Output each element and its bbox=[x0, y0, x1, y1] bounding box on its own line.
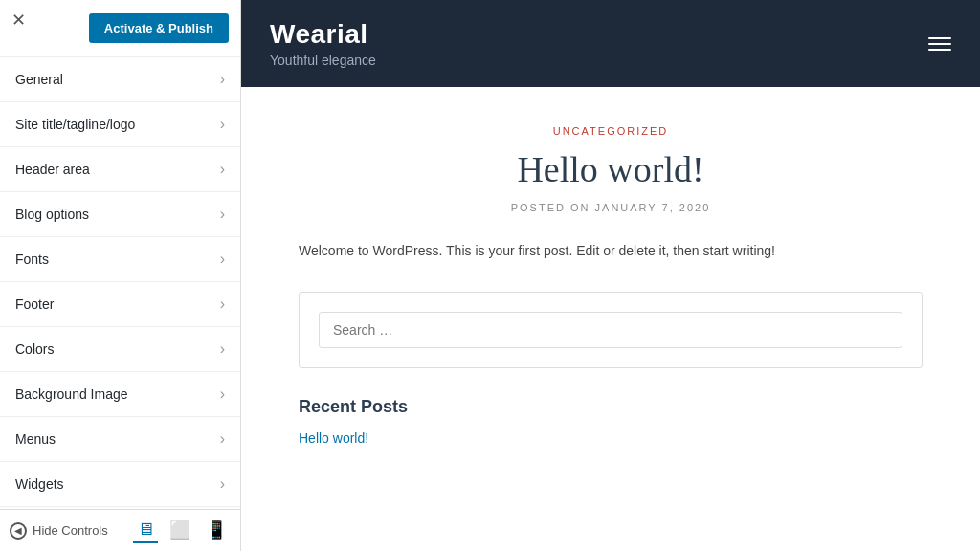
search-input[interactable] bbox=[319, 312, 902, 348]
desktop-icon[interactable]: 🖥 bbox=[133, 518, 158, 543]
nav-item-footer[interactable]: Footer› bbox=[0, 282, 240, 327]
nav-item-label: Colors bbox=[15, 342, 54, 357]
nav-item-fonts[interactable]: Fonts› bbox=[0, 237, 240, 282]
recent-posts-widget: Recent Posts Hello world! bbox=[299, 397, 923, 446]
nav-item-label: Widgets bbox=[15, 476, 64, 492]
nav-item-label: Footer bbox=[15, 297, 54, 312]
nav-item-label: Background Image bbox=[15, 386, 128, 402]
chevron-right-icon: › bbox=[220, 161, 225, 178]
nav-item-label: General bbox=[15, 72, 63, 87]
post-meta: POSTED ON JANUARY 7, 2020 bbox=[299, 202, 923, 213]
site-tagline: Youthful elegance bbox=[270, 53, 376, 68]
nav-item-background-image[interactable]: Background Image› bbox=[0, 372, 240, 417]
ham-line-1 bbox=[928, 37, 951, 39]
chevron-right-icon: › bbox=[220, 386, 225, 403]
site-header: Wearial Youthful elegance bbox=[241, 0, 980, 87]
nav-item-site-title-tagline-logo[interactable]: Site title/tagline/logo› bbox=[0, 102, 240, 147]
nav-item-menus[interactable]: Menus› bbox=[0, 417, 240, 462]
nav-item-label: Header area bbox=[15, 162, 90, 177]
nav-item-label: Site title/tagline/logo bbox=[15, 117, 135, 132]
chevron-right-icon: › bbox=[220, 296, 225, 313]
chevron-right-icon: › bbox=[220, 251, 225, 268]
site-preview: Wearial Youthful elegance UNCATEGORIZED … bbox=[241, 0, 980, 551]
chevron-right-icon: › bbox=[220, 116, 225, 133]
post-title: Hello world! bbox=[299, 148, 923, 190]
chevron-right-icon: › bbox=[220, 341, 225, 358]
device-icons: 🖥 ⬜ 📱 bbox=[133, 518, 231, 543]
site-title-group: Wearial Youthful elegance bbox=[270, 19, 376, 68]
post-body: Welcome to WordPress. This is your first… bbox=[299, 240, 923, 263]
nav-item-widgets[interactable]: Widgets› bbox=[0, 462, 240, 507]
preview-panel: Wearial Youthful elegance UNCATEGORIZED … bbox=[241, 0, 980, 551]
close-button[interactable]: ✕ bbox=[11, 11, 26, 29]
mobile-icon[interactable]: 📱 bbox=[202, 518, 231, 543]
nav-item-label: Blog options bbox=[15, 207, 89, 222]
activate-publish-button[interactable]: Activate & Publish bbox=[89, 13, 229, 43]
nav-list: General›Site title/tagline/logo›Header a… bbox=[0, 57, 240, 509]
chevron-right-icon: › bbox=[220, 430, 225, 448]
site-title: Wearial bbox=[270, 19, 376, 50]
search-widget bbox=[299, 292, 923, 368]
post-category: UNCATEGORIZED bbox=[299, 125, 923, 137]
ham-line-2 bbox=[928, 43, 951, 45]
recent-post-item[interactable]: Hello world! bbox=[299, 430, 923, 446]
nav-item-header-area[interactable]: Header area› bbox=[0, 147, 240, 192]
chevron-right-icon: › bbox=[220, 71, 225, 88]
hamburger-icon[interactable] bbox=[928, 37, 951, 51]
tablet-icon[interactable]: ⬜ bbox=[166, 518, 194, 543]
hide-controls-label: Hide Controls bbox=[33, 523, 108, 538]
panel-header: ✕ Activate & Publish bbox=[0, 0, 240, 57]
nav-item-general[interactable]: General› bbox=[0, 57, 240, 102]
nav-item-label: Menus bbox=[15, 431, 56, 447]
customizer-panel: ✕ Activate & Publish General›Site title/… bbox=[0, 0, 241, 551]
chevron-right-icon: › bbox=[220, 206, 225, 223]
hide-icon: ◀ bbox=[10, 522, 27, 540]
nav-item-label: Fonts bbox=[15, 252, 49, 267]
chevron-right-icon: › bbox=[220, 475, 225, 493]
nav-item-colors[interactable]: Colors› bbox=[0, 327, 240, 372]
hide-controls-button[interactable]: ◀ Hide Controls bbox=[10, 522, 108, 540]
site-content: UNCATEGORIZED Hello world! POSTED ON JAN… bbox=[241, 87, 980, 484]
nav-item-blog-options[interactable]: Blog options› bbox=[0, 192, 240, 237]
ham-line-3 bbox=[928, 49, 951, 51]
recent-posts-title: Recent Posts bbox=[299, 397, 923, 417]
panel-footer: ◀ Hide Controls 🖥 ⬜ 📱 bbox=[0, 509, 240, 551]
